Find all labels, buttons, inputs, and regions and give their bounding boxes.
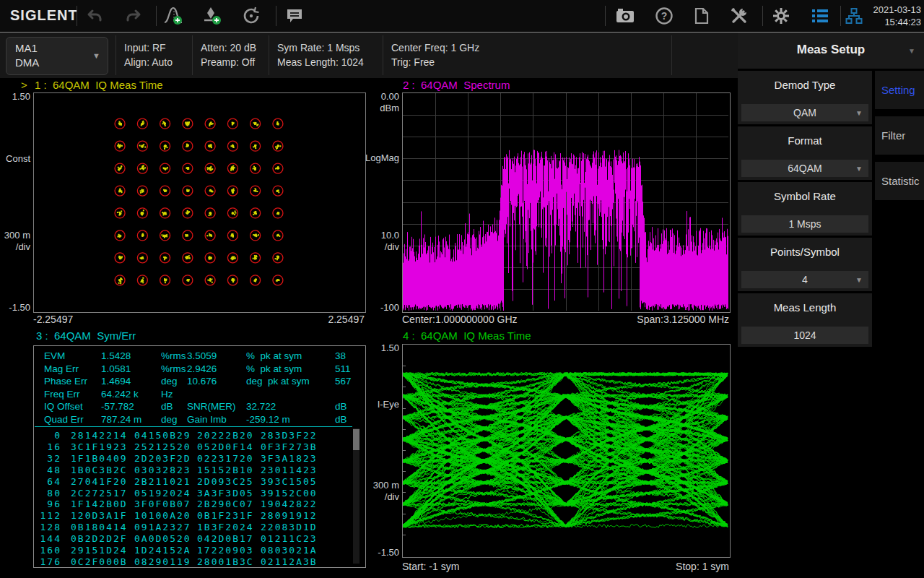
window1-title: 1 : 64QAM IQ Meas Time (35, 79, 163, 91)
error-table-cell: % pk at sym (246, 350, 302, 361)
hex-group: 052D0F14 (197, 441, 254, 452)
spectrum-plot[interactable] (402, 92, 731, 313)
hex-group: 2C272517 (71, 488, 128, 499)
control-value-field[interactable]: 64QAM ▼ (741, 160, 868, 177)
hex-group: 03032823 (134, 465, 191, 475)
tab-filter[interactable]: Filter (875, 116, 924, 155)
hex-group: 08290119 (134, 556, 191, 567)
control-value-field[interactable]: QAM ▼ (741, 104, 868, 121)
chevron-down-icon: ▼ (92, 51, 100, 60)
w2-ylabel-scale2: /div (369, 241, 399, 252)
window2-title: 2 : 64QAM Spectrum (403, 79, 510, 91)
error-table-cell: 1.5428 (101, 350, 131, 361)
toolbar-separator (276, 6, 276, 26)
hex-table-row: 481B0C3B2C0303282315152B1023011423 (34, 465, 365, 476)
chevron-down-icon: ▼ (855, 276, 863, 284)
tab-setting[interactable]: Setting (875, 71, 924, 109)
error-table-row: Quad Err787.24 mdegGain Imb-259.12 mdB (34, 414, 365, 427)
svg-text:?: ? (661, 10, 668, 22)
w1-ylabel-bottom: -1.50 (0, 302, 30, 313)
undo-icon[interactable] (84, 4, 107, 27)
hex-table-row: 1440B2D2D2F0A0D0520042D0B1701211C23 (34, 533, 365, 545)
w1-ylabel-name: Const (0, 153, 30, 164)
control-label: Symbol Rate (738, 190, 872, 202)
w4-ylabel-top: 1.50 (369, 342, 399, 353)
control-value-field[interactable]: 4 ▼ (741, 271, 868, 288)
control-symbol-rate: Symbol Rate 1 Msps (738, 182, 872, 236)
error-table-cell: 1.4694 (101, 376, 131, 387)
error-table-cell: dB (335, 414, 347, 425)
network-icon[interactable] (845, 4, 863, 27)
error-table-cell: 2.9426 (187, 363, 217, 374)
window1-select-marker: > (21, 79, 27, 91)
hex-group: 29151D24 (71, 545, 128, 556)
meas-setup-header[interactable]: Meas Setup ▼ (738, 33, 924, 69)
error-table-cell: %rms (161, 350, 186, 361)
hex-group: 0B1F231F (197, 510, 254, 521)
hex-row-index: 80 (37, 488, 61, 499)
w4-start-label: Start: -1 sym (402, 561, 459, 572)
date-label: 2021-03-13 (865, 4, 921, 16)
add-marker-icon[interactable] (201, 4, 224, 27)
hex-group: 0A0D0520 (134, 533, 191, 544)
hex-group: 0F3F273B (261, 441, 318, 452)
w2-span-label: Span:3.125000 MHz (599, 314, 729, 325)
error-table-cell: SNR(MER) (187, 401, 236, 412)
hex-group: 2D203F2D (134, 453, 191, 464)
w2-ylabel-bottom: -100 (369, 302, 399, 313)
control-label: Demod Type (738, 79, 872, 91)
tools-icon[interactable] (728, 4, 751, 27)
hex-row-index: 0 (37, 430, 61, 441)
constellation-plot[interactable] (33, 92, 366, 313)
error-table-cell: dB (161, 401, 173, 412)
error-table-row: EVM1.5428%rms3.5059% pk at sym38 (34, 350, 365, 363)
hex-row-index: 144 (37, 533, 61, 544)
tab-statistic[interactable]: Statistic (875, 162, 924, 200)
screenshot-icon[interactable] (614, 4, 637, 27)
control-points-symbol: Points/Symbol 4 ▼ (738, 238, 872, 291)
hex-row-index: 96 (37, 499, 61, 509)
control-value-field[interactable]: 1 Msps (741, 215, 868, 233)
hex-group: 02231720 (197, 453, 254, 464)
history-icon[interactable] (240, 4, 263, 27)
hex-group: 17220903 (197, 545, 254, 556)
menu-list-icon[interactable] (808, 4, 832, 27)
hex-group: 28001B3C (197, 556, 254, 567)
control-value-field[interactable]: 1024 (741, 327, 868, 344)
tab-label: Setting (881, 84, 915, 96)
hex-group: 0B2D2D2F (71, 533, 128, 544)
hex-group: 15152B10 (197, 465, 254, 475)
error-table-cell: Hz (161, 389, 173, 400)
channel-selector-dropdown[interactable]: MA1 DMA ▼ (6, 37, 108, 75)
hex-table-row: 1760C2F000B0829011928001B3C02112A3B (34, 556, 365, 568)
eye-diagram-plot[interactable] (402, 344, 731, 558)
control-value: 64QAM (741, 163, 868, 174)
settings-gear-icon[interactable] (770, 4, 793, 27)
w2-ylabel-scale: 10.0 (369, 230, 399, 241)
hex-scrollbar-track[interactable] (353, 428, 359, 564)
error-table-cell: -57.782 (101, 401, 134, 412)
hex-group: 0B180414 (71, 522, 128, 532)
w1-ylabel-top: 1.50 (0, 91, 30, 102)
top-toolbar: SIGLENT (0, 0, 924, 33)
error-table-cell: IQ Offset (44, 401, 83, 412)
hex-scrollbar-thumb[interactable] (353, 429, 359, 450)
hex-row-index: 128 (37, 522, 61, 532)
error-table-cell: deg (161, 376, 178, 387)
hex-table-row: 16029151D241D24152A172209030803021A (34, 545, 365, 556)
status-bar: MA1 DMA ▼ Input: RFAlign: Auto Atten: 20… (0, 33, 738, 78)
help-icon[interactable]: ? (653, 4, 676, 27)
redo-icon[interactable] (121, 4, 144, 27)
status-separator (383, 35, 383, 75)
add-trace-icon[interactable] (162, 4, 185, 27)
hex-group: 0803021A (261, 545, 318, 556)
hex-group: 27041F20 (71, 476, 128, 487)
tab-label: Statistic (881, 175, 920, 187)
file-icon[interactable] (690, 4, 713, 27)
w4-ylabel-bottom: -1.50 (369, 547, 399, 558)
message-icon[interactable] (283, 4, 306, 27)
hex-group: 10100A20 (134, 510, 191, 521)
chevron-down-icon: ▼ (855, 165, 863, 173)
window4-title: 4 : 64QAM IQ Meas Time (403, 329, 531, 342)
symerr-table-window[interactable]: EVM1.5428%rms3.5059% pk at sym38Mag Err1… (33, 345, 366, 568)
